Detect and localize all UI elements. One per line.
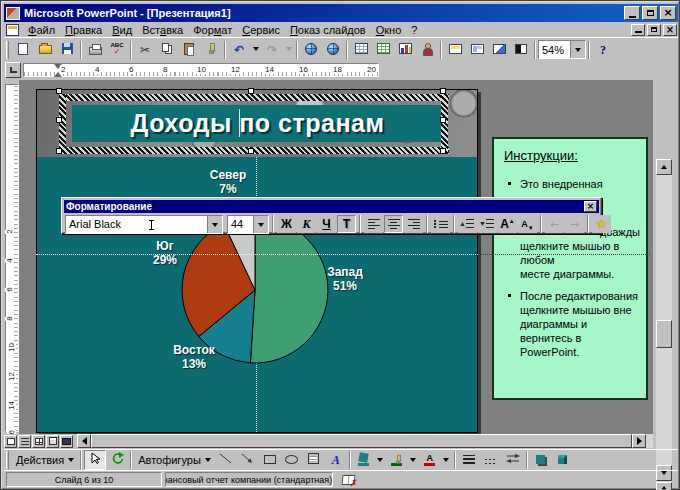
font-color-dropdown[interactable] bbox=[441, 450, 452, 470]
selection-hatch-border[interactable] bbox=[59, 147, 449, 154]
select-objects-button[interactable] bbox=[84, 450, 106, 470]
font-name-dropdown[interactable] bbox=[207, 216, 222, 233]
bullets-button[interactable] bbox=[431, 215, 450, 233]
bold-button[interactable]: Ж bbox=[277, 215, 296, 233]
undo-button[interactable]: ↶ bbox=[228, 40, 250, 60]
help-button[interactable]: ? bbox=[592, 40, 614, 60]
web-toolbar-button[interactable] bbox=[322, 40, 344, 60]
menu-item-Правка[interactable]: Правка bbox=[60, 23, 107, 37]
horizontal-ruler[interactable]: 2468101214161820 bbox=[23, 63, 379, 77]
line-style-button[interactable] bbox=[458, 450, 480, 470]
open-file-button[interactable] bbox=[34, 40, 56, 60]
line-color-dropdown[interactable] bbox=[408, 450, 419, 470]
shadow-button[interactable] bbox=[530, 450, 552, 470]
insert-clipart-button[interactable] bbox=[416, 40, 438, 60]
free-rotate-button[interactable] bbox=[106, 450, 128, 470]
close-button[interactable]: × bbox=[660, 6, 676, 20]
slide-sorter-view-button[interactable] bbox=[32, 435, 45, 448]
undo-dropdown-button[interactable] bbox=[250, 40, 261, 60]
save-button[interactable] bbox=[56, 40, 78, 60]
dash-style-button[interactable] bbox=[480, 450, 502, 470]
font-name-combo[interactable]: Arial Black bbox=[65, 215, 223, 234]
animation-effects-button[interactable]: ★ bbox=[592, 215, 611, 233]
fill-color-button[interactable] bbox=[353, 450, 375, 470]
slide-layout-button[interactable] bbox=[466, 40, 488, 60]
horizontal-scroll-thumb[interactable] bbox=[91, 434, 632, 448]
text-box-button[interactable] bbox=[303, 450, 325, 470]
outline-view-button[interactable] bbox=[18, 435, 31, 448]
decrease-font-size-button[interactable]: А▼ bbox=[518, 215, 537, 233]
line-color-button[interactable] bbox=[386, 450, 408, 470]
selection-hatch-border[interactable] bbox=[441, 94, 448, 154]
cut-button[interactable]: ✂ bbox=[134, 40, 156, 60]
demote-button[interactable]: → bbox=[565, 215, 584, 233]
oval-button[interactable] bbox=[281, 450, 303, 470]
font-size-dropdown[interactable] bbox=[253, 216, 268, 233]
align-left-button[interactable] bbox=[364, 215, 383, 233]
zoom-combo[interactable]: 54% bbox=[538, 40, 586, 59]
doc-minimize-button[interactable] bbox=[631, 24, 645, 36]
apply-design-button[interactable] bbox=[488, 40, 510, 60]
fill-color-dropdown[interactable] bbox=[375, 450, 386, 470]
menu-item-Сервис[interactable]: Сервис bbox=[237, 23, 285, 37]
redo-dropdown-button[interactable] bbox=[283, 40, 294, 60]
scroll-left-button[interactable] bbox=[77, 434, 91, 448]
title-bar[interactable]: Microsoft PowerPoint - [Презентация1] × bbox=[4, 4, 678, 22]
menu-item-Показ слайдов[interactable]: Показ слайдов bbox=[285, 23, 371, 37]
increase-font-size-button[interactable]: А▲ bbox=[498, 215, 517, 233]
selection-handle[interactable] bbox=[56, 88, 62, 94]
restore-button[interactable] bbox=[642, 6, 658, 20]
slide-view-button[interactable] bbox=[4, 435, 17, 448]
italic-button[interactable]: К bbox=[297, 215, 316, 233]
formatting-toolbar-close-icon[interactable]: × bbox=[584, 201, 597, 212]
autoshapes-menu-button[interactable]: Автофигуры bbox=[134, 452, 215, 468]
selection-handle[interactable] bbox=[56, 117, 62, 123]
font-name-value[interactable]: Arial Black bbox=[66, 218, 207, 230]
selection-handle[interactable] bbox=[440, 88, 446, 94]
vertical-scrollbar[interactable] bbox=[656, 159, 672, 490]
promote-button[interactable]: ← bbox=[545, 215, 564, 233]
print-button[interactable] bbox=[84, 40, 106, 60]
scroll-right-button[interactable] bbox=[632, 434, 646, 448]
slide-show-view-button[interactable] bbox=[60, 435, 73, 448]
slide-title-placeholder[interactable]: Доходы по странам bbox=[72, 105, 443, 142]
align-center-button[interactable] bbox=[384, 215, 403, 233]
insert-word-table-button[interactable] bbox=[350, 40, 372, 60]
copy-button[interactable] bbox=[156, 40, 178, 60]
arrow-button[interactable] bbox=[237, 450, 259, 470]
text-shadow-button[interactable]: Т bbox=[337, 215, 356, 233]
insert-hyperlink-button[interactable] bbox=[300, 40, 322, 60]
horizontal-guide[interactable] bbox=[36, 254, 478, 255]
underline-button[interactable]: Ч bbox=[317, 215, 336, 233]
slide-canvas[interactable]: Доходы по странам Север7%Юг29%Запад51%Во… bbox=[36, 89, 478, 433]
selection-handle[interactable] bbox=[440, 148, 446, 154]
selection-hatch-border[interactable] bbox=[59, 94, 66, 154]
insert-chart-button[interactable] bbox=[394, 40, 416, 60]
font-color-button[interactable]: А bbox=[419, 450, 441, 470]
font-size-combo[interactable]: 44 bbox=[227, 215, 269, 234]
selection-handle[interactable] bbox=[248, 148, 254, 154]
actions-menu-button[interactable]: Действия bbox=[12, 452, 78, 468]
arrow-style-button[interactable] bbox=[502, 450, 524, 470]
3d-button[interactable] bbox=[552, 450, 574, 470]
doc-restore-button[interactable] bbox=[647, 24, 661, 36]
horizontal-guide[interactable] bbox=[478, 254, 650, 255]
redo-button[interactable]: ↷ bbox=[261, 40, 283, 60]
font-size-value[interactable]: 44 bbox=[228, 218, 253, 230]
minimize-button[interactable] bbox=[624, 6, 640, 20]
zoom-dropdown[interactable] bbox=[570, 41, 585, 58]
menu-item-Вид[interactable]: Вид bbox=[107, 23, 137, 37]
formatting-toolbar-titlebar[interactable]: Форматирование × bbox=[64, 200, 599, 213]
menu-item-Формат[interactable]: Формат bbox=[188, 23, 237, 37]
menu-item-Файл[interactable]: Файл bbox=[23, 23, 60, 37]
formatting-toolbar[interactable]: Форматирование × Arial Black 44 ЖКЧТ▲▼А▲… bbox=[61, 197, 602, 234]
selection-handle[interactable] bbox=[56, 148, 62, 154]
slide-title-text[interactable]: Доходы по странам bbox=[131, 109, 385, 138]
new-slide-button[interactable] bbox=[444, 40, 466, 60]
selection-handle[interactable] bbox=[440, 117, 446, 123]
line-button[interactable] bbox=[215, 450, 237, 470]
align-right-button[interactable] bbox=[404, 215, 423, 233]
doc-close-button[interactable]: × bbox=[663, 24, 677, 36]
paste-button[interactable] bbox=[178, 40, 200, 60]
notes-page-view-button[interactable] bbox=[46, 435, 59, 448]
